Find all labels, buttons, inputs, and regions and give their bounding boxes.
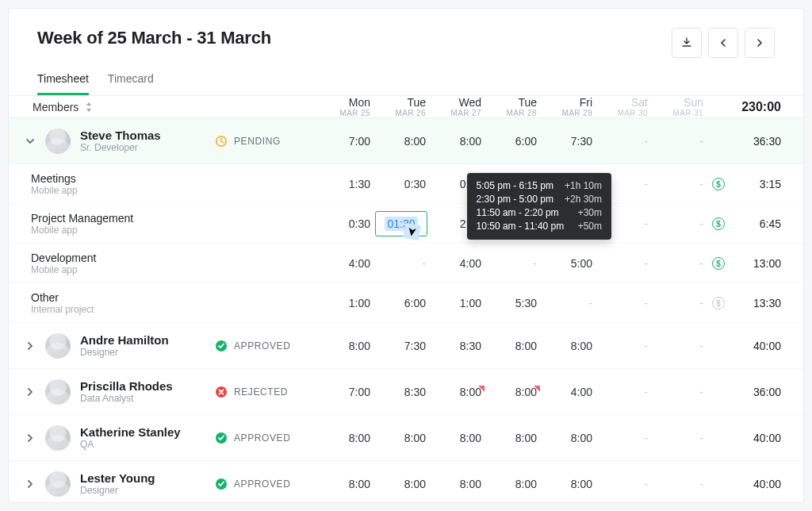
time-cell[interactable]: 4:00 [429,257,485,270]
day-cell[interactable]: 7:30 [540,135,596,148]
members-column-header[interactable]: Members [33,101,215,113]
time-cell[interactable]: 5:00 [540,257,596,270]
time-cell[interactable]: - [373,257,429,270]
time-cell[interactable]: - [485,257,540,270]
tab-timecard[interactable]: Timecard [108,72,154,95]
day-cell[interactable]: 8:00 [540,340,596,352]
time-cell[interactable]: - [540,297,596,309]
avatar [45,379,71,405]
time-cell[interactable]: 0:30 [373,178,429,190]
rejected-icon [215,386,228,398]
day-header-1: TueMAR 26 [373,96,429,117]
task-title: Project Management [31,212,215,225]
expand-toggle[interactable] [25,478,39,490]
expand-toggle[interactable] [25,136,39,147]
member-name: Andre Hamilton [80,333,169,347]
day-cell[interactable]: 7:00 [318,386,373,398]
day-cell[interactable]: 8:00 [429,478,485,490]
task-total: 3:15 [730,178,794,190]
time-cell[interactable]: 5:30 [485,297,540,309]
expand-toggle[interactable] [25,432,39,444]
avatar [45,129,71,154]
time-cell[interactable]: - [651,217,707,230]
day-cell[interactable]: 8:00 [485,478,540,490]
day-cell[interactable]: 8:00 [485,340,540,352]
billable-icon: $ [707,177,730,191]
prev-week-button[interactable] [708,28,738,58]
expand-toggle[interactable] [25,340,39,352]
day-cell[interactable]: 8:00 [485,386,540,398]
day-cell[interactable]: 8:00 [318,478,373,490]
member-row-andre: Andre HamiltonDesignerAPPROVED8:007:308:… [9,323,803,369]
day-cell[interactable]: - [596,386,651,398]
status-badge: PENDING [215,135,318,148]
time-cell[interactable]: 1:00 [429,297,485,309]
day-cell[interactable]: - [651,432,707,444]
task-project: Mobile app [31,185,215,196]
time-cell[interactable]: 1:00 [318,297,373,309]
day-cell[interactable]: 8:00 [373,135,429,148]
member-total: 36:00 [730,386,794,398]
table-header: Members MonMAR 25TueMAR 26WedMAR 27TueMA… [9,96,803,118]
day-cell[interactable]: 8:00 [485,432,540,444]
day-cell[interactable]: 8:00 [540,478,596,490]
next-week-button[interactable] [745,28,775,58]
time-cell[interactable]: - [596,297,651,309]
status-badge: REJECTED [215,386,318,398]
day-cell[interactable]: - [596,478,651,490]
member-role: Sr. Developer [80,142,161,153]
day-cell[interactable]: 8:00 [318,432,373,444]
day-cell[interactable]: - [651,386,707,398]
day-cell[interactable]: 7:30 [373,340,429,352]
sort-icon[interactable] [85,102,93,112]
day-cell[interactable]: 8:00 [540,432,596,444]
day-cell[interactable]: 8:00 [429,135,485,148]
day-cell[interactable]: 6:00 [485,135,540,148]
member-row-katherine: Katherine StanleyQAAPPROVED8:008:008:008… [9,415,803,461]
day-cell[interactable]: 4:00 [540,386,596,398]
day-cell[interactable]: - [651,135,707,148]
member-name: Katherine Stanley [80,425,181,439]
day-cell[interactable]: - [651,478,707,490]
day-header-4: FriMAR 29 [540,96,596,117]
time-cell[interactable]: - [651,178,707,190]
expand-toggle[interactable] [25,386,39,398]
task-project: Internal project [31,304,215,315]
day-cell[interactable]: 8:00 [318,340,373,352]
time-cell[interactable]: 4:00 [318,257,373,270]
day-cell[interactable]: - [596,340,651,352]
day-cell[interactable]: 8:00 [373,478,429,490]
time-cell-editing[interactable]: 01:30➤ [375,211,427,236]
download-button[interactable] [672,28,702,58]
time-cell[interactable]: - [651,257,707,270]
day-cell[interactable]: 8:00 [373,432,429,444]
tab-timesheet[interactable]: Timesheet [37,72,89,95]
task-total: 13:30 [730,297,794,309]
time-cell[interactable]: - [651,297,707,309]
task-row: DevelopmentMobile app4:00-4:00-5:00--$13… [9,244,803,283]
day-cell[interactable]: - [596,432,651,444]
time-cell[interactable]: 6:00 [373,297,429,309]
day-cell[interactable]: - [596,135,651,148]
avatar [45,471,71,497]
day-cell[interactable]: - [651,340,707,352]
member-role: Designer [80,485,155,496]
member-total: 40:00 [730,478,794,490]
member-total: 40:00 [730,432,794,444]
member-name: Priscilla Rhodes [80,379,173,393]
day-header-3: TueMAR 28 [485,96,540,117]
download-icon [680,36,693,49]
day-cell[interactable]: 8:30 [373,386,429,398]
day-cell[interactable]: 8:00 [429,386,485,398]
member-role: QA [80,439,181,450]
task-title: Development [31,252,215,264]
day-cell[interactable]: 7:00 [318,135,373,148]
day-cell[interactable]: 8:00 [429,432,485,444]
time-cell[interactable]: - [596,257,651,270]
page-title: Week of 25 March - 31 March [37,28,271,48]
members-header-label: Members [33,101,79,113]
time-cell[interactable]: 1:30 [318,178,373,190]
member-role: Data Analyst [80,393,173,404]
time-cell[interactable]: 0:30 [318,217,373,230]
day-cell[interactable]: 8:30 [429,340,485,352]
